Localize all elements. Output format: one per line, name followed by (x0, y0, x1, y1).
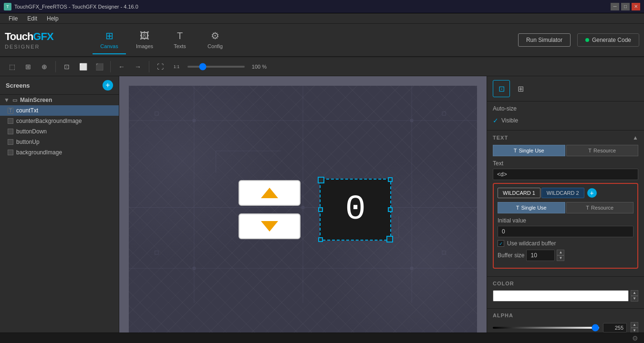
ungroup-tool-button[interactable]: ⬛ (92, 60, 106, 74)
wildcard-single-use-btn[interactable]: T Single Use (498, 202, 565, 213)
secondary-toolbar: ⬚ ⊞ ⊕ ⊡ ⬜ ⬛ ← → ⛶ 1:1 100 % (0, 57, 644, 76)
interactions-icon[interactable]: ⊞ (512, 80, 529, 97)
wildcard-add-button[interactable]: + (587, 188, 597, 198)
config-icon: ⚙ (211, 30, 219, 41)
box-type-icon-1 (8, 129, 13, 134)
menu-edit[interactable]: Edit (22, 13, 42, 24)
grid-tool-button[interactable]: ⊞ (21, 60, 35, 74)
text-field-label: Text (493, 160, 638, 167)
tree-item-buttondown[interactable]: buttonDown (0, 126, 119, 137)
wildcard-tab-1[interactable]: WILDCARD 1 (498, 188, 540, 198)
minimize-button[interactable]: ─ (611, 3, 619, 10)
alpha-value-input[interactable] (603, 323, 627, 333)
alpha-spinner: ▲ ▼ (631, 322, 638, 333)
buttonup-label: buttonUp (16, 139, 40, 145)
tree-item-counterbackground[interactable]: counterBackgroundImage (0, 116, 119, 126)
tab-canvas[interactable]: ⊞ Canvas (93, 26, 126, 54)
tab-images[interactable]: 🖼 Images (128, 26, 161, 54)
initial-value-input[interactable] (498, 226, 634, 237)
up-button-widget[interactable] (239, 180, 301, 206)
buffer-size-input[interactable] (526, 250, 555, 261)
tree-item-backgroundimage[interactable]: backgroundImage (0, 147, 119, 158)
counter-widget[interactable]: 0 (320, 179, 391, 241)
mainscreen-label: MainScreen (20, 97, 52, 103)
tab-config[interactable]: ⚙ Config (198, 26, 232, 54)
wildcard-tab-2[interactable]: WILDCARD 2 (541, 188, 584, 198)
backgroundimage-label: backgroundImage (16, 149, 62, 156)
alpha-slider[interactable] (493, 327, 599, 329)
tree-item-counttxt[interactable]: T countTxt (0, 105, 119, 116)
logo-gfx: GFX (33, 30, 53, 42)
top-toolbar: TouchGFX DESIGNER ⊞ Canvas 🖼 Images T Te… (0, 24, 644, 57)
use-wildcard-buffer-label: Use wildcard buffer (507, 240, 556, 247)
app-icon: T (4, 3, 11, 10)
autosize-row: Auto-size (493, 105, 638, 112)
handle-tr (388, 177, 393, 182)
generate-code-button[interactable]: Generate Code (577, 33, 639, 47)
tab-texts[interactable]: T Texts (163, 26, 197, 54)
logo-designer: DESIGNER (5, 44, 53, 50)
canvas-area[interactable]: 0 (119, 76, 487, 343)
text-section: TEXT ▲ T Single Use T Resource Text WILD… (487, 131, 644, 277)
sidebar-title: Screens (6, 82, 30, 89)
canvas-icon: ⊞ (105, 30, 114, 41)
text-field-input[interactable] (493, 169, 638, 180)
text-type-toggle: T Single Use T Resource (493, 145, 638, 156)
color-preview[interactable] (493, 290, 629, 302)
buffer-size-up[interactable]: ▲ (557, 250, 564, 255)
1to1-button[interactable]: 1:1 (169, 60, 184, 74)
wildcard-resource-btn[interactable]: T Resource (566, 202, 634, 213)
sidebar-header: Screens + (0, 76, 119, 95)
menu-file[interactable]: File (4, 13, 22, 24)
texts-icon: T (177, 30, 183, 41)
visible-row[interactable]: ✓ Visible (493, 115, 638, 126)
handle-ml (318, 207, 323, 212)
zoom-slider[interactable] (187, 66, 245, 68)
visible-label: Visible (501, 117, 518, 124)
close-button[interactable]: ✕ (632, 3, 640, 10)
counter-digit: 0 (345, 192, 365, 227)
alpha-up[interactable]: ▲ (631, 322, 638, 328)
fit-button[interactable]: ⛶ (153, 60, 167, 74)
text-collapse-btn[interactable]: ▲ (633, 134, 638, 141)
add-screen-button[interactable]: + (103, 80, 113, 91)
tree-item-mainscreen[interactable]: ▼ ▭ MainScreen (0, 95, 119, 105)
buttondown-label: buttonDown (16, 128, 47, 135)
down-button-widget[interactable] (239, 213, 301, 239)
maximize-button[interactable]: □ (621, 3, 630, 10)
image-type-icon-1 (8, 118, 13, 124)
color-up[interactable]: ▲ (631, 290, 638, 296)
zoom-control: 100 % (187, 64, 267, 70)
move-tool-button[interactable]: ⊡ (60, 60, 74, 74)
undo-button[interactable]: ← (114, 60, 129, 74)
basic-props-section: Auto-size ✓ Visible (487, 101, 644, 131)
screen-icon: ▭ (12, 97, 17, 103)
color-spinner: ▲ ▼ (631, 290, 638, 302)
window-title: TouchGFX_FreeRTOS - TouchGFX Designer - … (14, 4, 611, 10)
single-use-btn[interactable]: T Single Use (493, 145, 565, 156)
color-down[interactable]: ▼ (631, 296, 638, 302)
tree-item-buttonup[interactable]: buttonUp (0, 137, 119, 147)
select-tool-button[interactable]: ⬚ (5, 60, 19, 74)
logo: TouchGFX DESIGNER (5, 30, 81, 50)
add-widget-button[interactable]: ⊕ (37, 60, 52, 74)
color-section-title: Color (493, 281, 514, 286)
box-type-icon-2 (8, 139, 13, 145)
redo-button[interactable]: → (131, 60, 145, 74)
buffer-size-spinner: ▲ ▼ (557, 250, 564, 261)
group-tool-button[interactable]: ⬜ (76, 60, 90, 74)
main-layout: Screens + ▼ ▭ MainScreen T countTxt coun… (0, 76, 644, 343)
resource-btn[interactable]: T Resource (566, 145, 639, 156)
color-section: Color ▲ ▼ (487, 277, 644, 309)
text-section-title: TEXT (493, 135, 508, 141)
zoom-label: 100 % (248, 64, 267, 70)
autosize-label: Auto-size (493, 105, 517, 112)
use-wildcard-buffer-checkbox[interactable]: ✓ (498, 240, 504, 247)
menu-help[interactable]: Help (42, 13, 63, 24)
properties-icon[interactable]: ⊡ (493, 80, 510, 97)
text-type-icon: T (8, 108, 13, 114)
status-dot (585, 38, 589, 42)
run-simulator-button[interactable]: Run Simulator (518, 33, 571, 47)
buffer-size-down[interactable]: ▼ (557, 255, 564, 261)
alpha-section-title: Alpha (493, 313, 513, 318)
